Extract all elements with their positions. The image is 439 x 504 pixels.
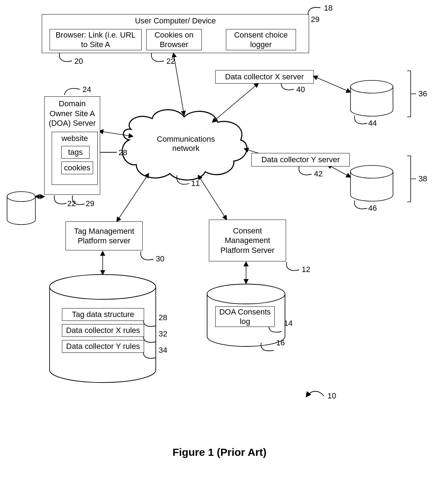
dcx-rules-text: Data collector X rules — [66, 325, 140, 335]
ref-18: 18 — [324, 4, 332, 13]
user-computer-title: User Computer/ Device — [135, 16, 216, 26]
dcy-rules-text: Data collector Y rules — [66, 341, 140, 351]
bracket-36 — [407, 71, 416, 117]
doa-cookies-text: cookies — [64, 163, 91, 173]
cylinder-db-y — [350, 165, 393, 201]
data-collector-x-server: Data collector X server — [215, 70, 314, 84]
tag-management-platform-server: Tag Management Platform server — [65, 221, 143, 250]
ref-34: 34 — [159, 346, 167, 355]
data-collector-x-rules: Data collector X rules — [62, 324, 144, 337]
cylinder-db-x — [350, 80, 393, 116]
conn-dcx-db — [313, 76, 350, 92]
dcy-text: Data collector Y server — [261, 155, 340, 165]
consent-logger-text: Consent choice logger — [228, 30, 293, 50]
figure-caption: Figure 1 (Prior Art) — [0, 446, 439, 458]
cookies-on-browser-text: Cookies on Browser — [149, 30, 199, 50]
tag-ds-text: Tag data structure — [72, 310, 134, 319]
conn-dcx-cloud — [212, 83, 258, 122]
ref-12: 12 — [302, 265, 310, 274]
cmp-text: Consent Management Platform Server — [211, 226, 284, 255]
ref-20: 20 — [74, 57, 83, 66]
ref-40: 40 — [296, 85, 305, 94]
bracket-38 — [407, 156, 416, 202]
doa-server: Domain Owner Site A (DOA) Server website… — [44, 96, 100, 195]
ref-44: 44 — [368, 119, 377, 128]
ref-29b: 29 — [86, 199, 94, 208]
ref-10: 10 — [327, 391, 336, 401]
dcx-text: Data collector X server — [225, 72, 304, 82]
ref-24: 24 — [82, 85, 91, 94]
ref-28b: 28 — [159, 313, 167, 322]
doa-consents-log: DOA Consents log — [215, 306, 275, 327]
conn-dcy-db — [327, 165, 350, 177]
ref-32: 32 — [159, 329, 167, 339]
conn-cmp-cloud — [198, 175, 227, 220]
browser-link-text: Browser: Link (i.e. URL to Site A — [52, 30, 139, 50]
tmp-text: Tag Management Platform server — [68, 226, 140, 246]
ref-11: 11 — [191, 179, 200, 188]
ref-22a: 22 — [166, 57, 175, 66]
browser-link: Browser: Link (i.e. URL to Site A — [50, 29, 142, 50]
doa-website-label: website — [54, 134, 95, 143]
diagram-canvas: User Computer/ Device Browser: Link (i.e… — [0, 0, 439, 504]
ref-14: 14 — [284, 319, 292, 328]
doa-server-title: Domain Owner Site A (DOA) Server — [47, 99, 98, 128]
ref-22b: 22 — [67, 199, 76, 208]
ref-38: 38 — [418, 174, 427, 183]
conn-tmp-cloud — [117, 174, 149, 221]
ref-28a: 28 — [119, 148, 127, 157]
doa-website: website tags cookies — [52, 132, 98, 185]
ref-42: 42 — [314, 169, 323, 179]
data-collector-y-rules: Data collector Y rules — [62, 340, 144, 353]
doa-consents-log-text: DOA Consents log — [218, 307, 272, 327]
ref-46: 46 — [368, 204, 377, 213]
doa-tags: tags — [61, 146, 90, 159]
conn-cookies-cloud — [173, 53, 184, 115]
consent-management-platform-server: Consent Management Platform Server — [209, 220, 286, 261]
data-collector-y-server: Data collector Y server — [251, 153, 350, 166]
cylinder-doa-db — [7, 192, 35, 225]
comms-network-label: Communications network — [149, 135, 223, 153]
ref-29a: 29 — [311, 15, 319, 24]
ref-30: 30 — [156, 254, 164, 264]
doa-tags-text: tags — [68, 147, 83, 157]
ref-16: 16 — [276, 338, 285, 347]
ref-36: 36 — [418, 89, 427, 98]
cookies-on-browser: Cookies on Browser — [146, 29, 202, 50]
doa-cookies: cookies — [61, 162, 93, 174]
tag-data-structure: Tag data structure — [62, 308, 144, 321]
consent-choice-logger: Consent choice logger — [226, 29, 296, 50]
